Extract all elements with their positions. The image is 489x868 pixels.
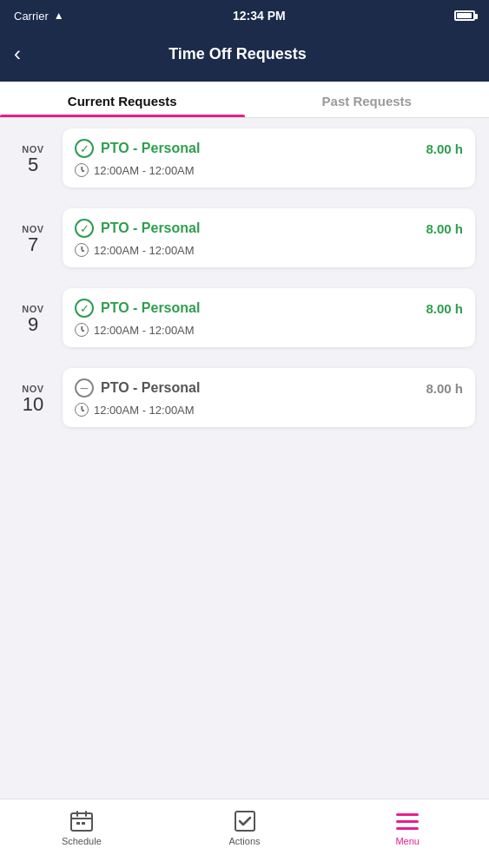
card-title-row: ✓ PTO - Personal: [75, 299, 200, 318]
approved-icon: ✓: [75, 139, 94, 158]
menu-label: Menu: [395, 836, 420, 846]
card-top: ✓ PTO - Personal 8.00 h: [75, 219, 463, 238]
date-col: NOV 5: [14, 128, 52, 187]
request-item-0[interactable]: NOV 5 ✓ PTO - Personal 8.00 h 12:00AM - …: [0, 118, 489, 198]
bottom-tab-schedule[interactable]: Schedule: [0, 806, 163, 846]
battery-icon: [454, 10, 475, 21]
clock-icon: [75, 323, 89, 337]
request-hours: 8.00 h: [426, 301, 463, 316]
card-top: ✓ PTO - Personal 8.00 h: [75, 139, 463, 158]
time-range: 12:00AM - 12:00AM: [94, 324, 195, 337]
tab-bar-top: Current Requests Past Requests: [0, 82, 489, 118]
date-day: 10: [23, 394, 43, 415]
date-day: 9: [28, 314, 38, 335]
card-time: 12:00AM - 12:00AM: [75, 323, 463, 337]
bottom-tab-menu[interactable]: Menu: [326, 806, 489, 846]
request-title: PTO - Personal: [101, 141, 200, 156]
svg-rect-0: [71, 813, 92, 831]
request-card: ✓ PTO - Personal 8.00 h 12:00AM - 12:00A…: [63, 288, 475, 347]
card-top: – PTO - Personal 8.00 h: [75, 378, 463, 398]
clock-icon: [75, 403, 89, 417]
checkbox-icon: [233, 810, 257, 832]
actions-label: Actions: [228, 836, 260, 846]
request-hours: 8.00 h: [426, 381, 463, 396]
date-day: 5: [28, 155, 38, 175]
request-hours: 8.00 h: [426, 141, 463, 156]
request-title: PTO - Personal: [101, 300, 200, 316]
request-card: – PTO - Personal 8.00 h 12:00AM - 12:00A…: [63, 368, 475, 427]
time-range: 12:00AM - 12:00AM: [94, 244, 195, 257]
clock-icon: [75, 243, 89, 257]
svg-rect-6: [235, 812, 254, 831]
tab-past-requests[interactable]: Past Requests: [245, 82, 490, 117]
date-col: NOV 9: [14, 288, 52, 347]
approved-icon: ✓: [75, 219, 94, 238]
request-item-2[interactable]: NOV 9 ✓ PTO - Personal 8.00 h 12:00AM - …: [0, 278, 489, 358]
time-range: 12:00AM - 12:00AM: [94, 164, 195, 177]
card-top: ✓ PTO - Personal 8.00 h: [75, 299, 463, 318]
status-bar: Carrier ▲ 12:34 PM: [0, 0, 489, 31]
request-title: PTO - Personal: [101, 220, 200, 236]
calendar-icon: [69, 810, 94, 832]
menu-icon: [395, 810, 420, 832]
request-card: ✓ PTO - Personal 8.00 h 12:00AM - 12:00A…: [63, 128, 475, 187]
request-item-1[interactable]: NOV 7 ✓ PTO - Personal 8.00 h 12:00AM - …: [0, 198, 489, 278]
request-card: ✓ PTO - Personal 8.00 h 12:00AM - 12:00A…: [63, 208, 475, 267]
card-title-row: – PTO - Personal: [75, 378, 200, 398]
back-button[interactable]: ‹: [14, 43, 21, 64]
svg-rect-4: [76, 822, 80, 825]
card-title-row: ✓ PTO - Personal: [75, 139, 200, 158]
card-time: 12:00AM - 12:00AM: [75, 163, 463, 177]
time-range: 12:00AM - 12:00AM: [94, 404, 195, 417]
card-time: 12:00AM - 12:00AM: [75, 243, 463, 257]
card-title-row: ✓ PTO - Personal: [75, 219, 200, 238]
schedule-label: Schedule: [62, 836, 102, 846]
request-item-3[interactable]: NOV 10 – PTO - Personal 8.00 h 12:00AM -…: [0, 358, 489, 437]
date-col: NOV 7: [14, 208, 52, 267]
date-col: NOV 10: [14, 368, 52, 427]
request-title: PTO - Personal: [101, 380, 200, 396]
page-title: Time Off Requests: [31, 45, 444, 63]
header: ‹ Time Off Requests: [0, 31, 489, 82]
carrier-label: Carrier: [14, 10, 49, 23]
tab-current-requests[interactable]: Current Requests: [0, 82, 245, 117]
request-hours: 8.00 h: [426, 221, 463, 236]
card-time: 12:00AM - 12:00AM: [75, 403, 463, 417]
status-right: [454, 10, 475, 21]
bottom-tab-actions[interactable]: Actions: [163, 806, 327, 846]
requests-list: NOV 5 ✓ PTO - Personal 8.00 h 12:00AM - …: [0, 118, 489, 799]
status-time: 12:34 PM: [233, 9, 286, 23]
bottom-tab-bar: Schedule Actions Menu: [0, 799, 489, 868]
status-left: Carrier ▲: [14, 10, 64, 23]
wifi-icon: ▲: [54, 10, 64, 22]
svg-rect-5: [82, 822, 85, 825]
clock-icon: [75, 163, 89, 177]
approved-icon: ✓: [75, 299, 94, 318]
date-day: 7: [28, 234, 38, 255]
pending-icon: –: [75, 378, 94, 398]
